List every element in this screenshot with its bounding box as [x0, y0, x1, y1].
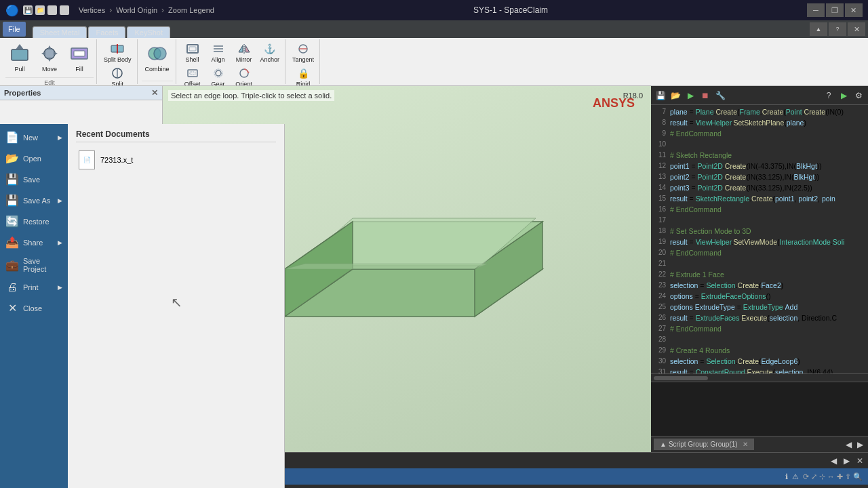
- print-icon: 🖨: [5, 281, 19, 293]
- tangent-button[interactable]: Tangent: [290, 41, 317, 64]
- mirror-icon: [237, 42, 251, 56]
- quick-access-save[interactable]: 💾: [23, 5, 33, 15]
- tab-facets[interactable]: Facets: [88, 26, 125, 38]
- breadcrumb-world-origin: World Origin: [116, 6, 157, 14]
- ribbon-minimize-button[interactable]: ▲: [810, 22, 827, 36]
- tab-nav-left[interactable]: ◀: [829, 456, 839, 466]
- script-nav-left[interactable]: ◀: [844, 440, 854, 449]
- orient-icon: [237, 66, 251, 80]
- orient-label: Orient: [235, 81, 252, 85]
- ribbon-group-combine-buttons: Combine: [142, 39, 173, 81]
- orient-button[interactable]: Orient: [232, 65, 256, 85]
- status-warning-icon: ⚠: [792, 472, 799, 481]
- shell-button[interactable]: Shell: [180, 41, 205, 64]
- print-label: Print: [23, 283, 39, 291]
- ribbon-close-button[interactable]: ✕: [848, 22, 865, 36]
- status-right: ℹ ⚠ ⟳ ⤢ ⊹ ↔ ✚ ⇧ 🔍: [785, 472, 863, 481]
- edit-group-label: Edit: [5, 77, 94, 85]
- brand-logo: ANSYS R18.0: [623, 92, 643, 100]
- ribbon-group-edit: Pull Move Fill Edit: [3, 39, 97, 84]
- menu-open[interactable]: 📂 Open: [0, 148, 68, 169]
- ribbon-help-button[interactable]: ?: [829, 22, 846, 36]
- move-icon: [39, 43, 60, 64]
- cursor-indicator: ↖: [171, 294, 276, 310]
- bottom-bar-right: ◀ ▶ ✕: [829, 456, 865, 466]
- combine-label: Combine: [145, 66, 170, 73]
- tab-sheet-metal[interactable]: Sheet Metal: [33, 26, 87, 38]
- code-scrollbar[interactable]: [651, 373, 868, 382]
- quick-access-folder[interactable]: 📁: [35, 5, 45, 15]
- restore-button[interactable]: ❐: [826, 3, 844, 17]
- code-nav-btn[interactable]: ⚙: [852, 89, 865, 102]
- code-bottom-panel: [651, 382, 868, 436]
- code-help-btn[interactable]: ?: [822, 89, 835, 102]
- menu-close[interactable]: ✕ Close: [0, 298, 68, 319]
- close-button[interactable]: ✕: [845, 3, 863, 17]
- save-as-icon: 💾: [5, 194, 19, 207]
- recent-doc-item[interactable]: 📄 72313.x_t: [76, 148, 276, 172]
- quick-access-undo[interactable]: ↩: [47, 5, 57, 15]
- tab-keyshot[interactable]: KeyShot: [127, 26, 170, 38]
- menu-share[interactable]: 📤 Share ▶: [0, 232, 68, 253]
- script-nav-right[interactable]: ▶: [855, 440, 865, 449]
- tangent-icon: [296, 42, 310, 56]
- offset-button[interactable]: Offset: [180, 65, 205, 85]
- menu-file-label: File: [8, 25, 20, 33]
- mirror-button[interactable]: Mirror: [232, 41, 256, 64]
- svg-rect-8: [74, 51, 85, 56]
- menu-save[interactable]: 💾 Save: [0, 169, 68, 190]
- code-save-btn[interactable]: 💾: [654, 89, 667, 102]
- split-body-button[interactable]: Split Body: [101, 41, 134, 64]
- menu-restore[interactable]: 🔄 Restore: [0, 211, 68, 232]
- minimize-button[interactable]: ─: [807, 3, 825, 17]
- menu-save-as[interactable]: 💾 Save As ▶: [0, 190, 68, 211]
- anchor-label: Anchor: [260, 56, 280, 63]
- code-line-15: 15 result = SketchRectangle.Create(point…: [651, 193, 868, 204]
- code-debug-btn[interactable]: 🔧: [713, 89, 727, 102]
- split-body-label: Split Body: [104, 56, 132, 63]
- code-run-btn[interactable]: ▶: [684, 89, 697, 102]
- code-open-btn[interactable]: 📂: [669, 89, 682, 102]
- combine-button[interactable]: Combine: [142, 41, 173, 76]
- tab-close-all[interactable]: ✕: [854, 456, 865, 466]
- ribbon-group-assembly: Tangent 🔒 Rigid Assembly: [287, 39, 320, 84]
- properties-title: Properties: [4, 89, 41, 97]
- code-line-30: 30 selection = Selection.Create(EdgeLoop…: [651, 356, 868, 367]
- eo-gear-button[interactable]: Gear: [206, 65, 231, 85]
- code-line-17: 17: [651, 215, 868, 226]
- menu-new[interactable]: 📄 New ▶: [0, 127, 68, 148]
- tab-nav-right[interactable]: ▶: [842, 456, 852, 466]
- fill-button[interactable]: Fill: [65, 41, 94, 76]
- split-body-icon: [111, 42, 124, 56]
- save-icon: 💾: [5, 173, 19, 186]
- menu-print[interactable]: 🖨 Print ▶: [0, 277, 68, 298]
- doc-icon: 📄: [79, 150, 95, 169]
- new-icon: 📄: [5, 131, 19, 144]
- file-menu-right: Recent Documents 📄 72313.x_t ↖: [68, 124, 284, 488]
- combine-group-label: [142, 81, 173, 84]
- code-line-26: 26 result = ExtrudeFaces.Execute(selecti…: [651, 312, 868, 323]
- menu-save-project[interactable]: 💼 Save Project: [0, 253, 68, 277]
- move-button[interactable]: Move: [35, 41, 64, 76]
- script-tab-close[interactable]: ✕: [743, 441, 748, 448]
- script-group-tab[interactable]: ▲ Script Group: Group(1) ✕: [654, 439, 754, 450]
- share-label: Share: [23, 239, 43, 247]
- align-button[interactable]: Align: [206, 41, 231, 64]
- create-col3: Mirror Orient: [232, 41, 256, 85]
- rigid-button[interactable]: 🔒 Rigid: [290, 65, 317, 85]
- anchor-button[interactable]: ⚓ Anchor: [258, 41, 283, 64]
- svg-marker-28: [245, 45, 250, 52]
- offset-icon: [186, 66, 199, 80]
- code-scrollbar-thumb[interactable]: [654, 376, 708, 380]
- code-stop-btn[interactable]: ⏹: [698, 89, 712, 102]
- code-line-25: 25 options.ExtrudeType = ExtrudeType.Add: [651, 302, 868, 312]
- pull-button[interactable]: Pull: [5, 41, 34, 76]
- split-button[interactable]: Split: [101, 65, 134, 85]
- ribbon-group-create: Shell Offset Align: [178, 39, 286, 84]
- code-line-18: 18 # Set Section Mode to 3D: [651, 226, 868, 237]
- recent-doc-name: 72313.x_t: [100, 156, 133, 164]
- code-run-toolbar-btn[interactable]: ▶: [837, 89, 850, 102]
- quick-access-redo[interactable]: ↪: [60, 5, 69, 15]
- properties-close-button[interactable]: ✕: [151, 88, 158, 98]
- menu-file[interactable]: File: [3, 22, 26, 37]
